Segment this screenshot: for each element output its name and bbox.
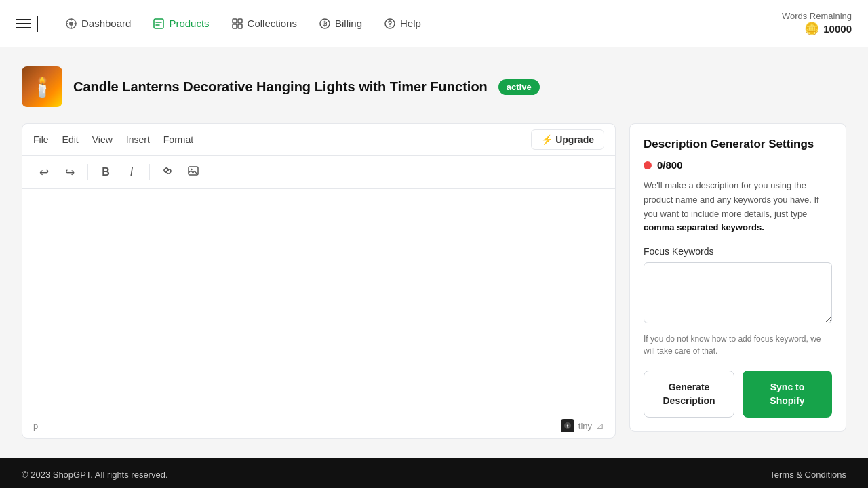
navbar: Dashboard Products xyxy=(0,0,868,47)
upgrade-button[interactable]: ⚡ Upgrade xyxy=(531,129,604,150)
billing-icon xyxy=(319,18,331,30)
editor-menus: File Edit View Insert Format xyxy=(33,131,193,148)
redo-icon: ↪ xyxy=(65,165,75,180)
bold-button[interactable]: B xyxy=(95,161,117,183)
image-button[interactable] xyxy=(182,161,204,183)
products-icon xyxy=(153,18,165,30)
nav-help[interactable]: Help xyxy=(376,12,429,35)
nav-collections[interactable]: Collections xyxy=(223,12,305,35)
svg-point-9 xyxy=(389,26,391,27)
help-label: Help xyxy=(400,18,421,29)
product-title: Candle Lanterns Decorative Hanging Light… xyxy=(73,79,488,95)
products-label: Products xyxy=(169,18,209,29)
editor-layout: File Edit View Insert Format ⚡ Upgrade ↩… xyxy=(22,123,846,439)
sidebar-title: Description Generator Settings xyxy=(644,138,832,151)
editor-wrapper: File Edit View Insert Format ⚡ Upgrade ↩… xyxy=(22,123,616,439)
undo-icon: ↩ xyxy=(39,165,49,180)
tinymce-label: tiny xyxy=(578,421,592,431)
tinymce-branding: t tiny ⊿ xyxy=(561,419,604,432)
nav-products[interactable]: Products xyxy=(144,12,217,35)
char-count-row: 0/800 xyxy=(644,159,832,171)
product-thumbnail: 🕯️ xyxy=(22,66,62,107)
char-count: 0/800 xyxy=(657,159,683,171)
editor-menubar: File Edit View Insert Format ⚡ Upgrade xyxy=(22,124,615,156)
words-remaining-value: 10000 xyxy=(823,23,852,35)
nav-dashboard[interactable]: Dashboard xyxy=(57,12,139,35)
svg-point-1 xyxy=(69,22,73,26)
footer: © 2023 ShopGPT. All rights reserved. Ter… xyxy=(0,458,868,488)
svg-rect-3 xyxy=(233,19,237,23)
coin-icon: 🪙 xyxy=(804,21,819,36)
sync-to-shopify-button[interactable]: Sync toShopify xyxy=(743,371,832,418)
product-status-badge: active xyxy=(498,79,540,95)
svg-rect-6 xyxy=(238,24,242,28)
generate-description-button[interactable]: GenerateDescription xyxy=(644,371,734,418)
sidebar-description-text1: We'll make a description for you using t… xyxy=(644,180,819,219)
tiny-icon: t xyxy=(561,419,574,432)
description-generator-sidebar: Description Generator Settings 0/800 We'… xyxy=(629,123,846,432)
sidebar-description: We'll make a description for you using t… xyxy=(644,179,832,235)
sidebar-description-bold: comma separated keywords. xyxy=(644,222,764,232)
sidebar-hint: If you do not know how to add focus keyw… xyxy=(644,333,832,357)
char-count-indicator xyxy=(644,161,652,169)
hamburger-icon xyxy=(16,19,31,28)
words-remaining-count: 🪙 10000 xyxy=(804,21,852,36)
italic-button[interactable]: I xyxy=(121,161,142,183)
sync-to-shopify-label: Sync toShopify xyxy=(770,382,804,406)
redo-button[interactable]: ↪ xyxy=(59,161,81,183)
resize-handle[interactable]: ⊿ xyxy=(596,420,604,431)
editor-toolbar: ↩ ↪ B I xyxy=(22,156,615,189)
hamburger-logo[interactable] xyxy=(16,16,38,32)
editor-body[interactable] xyxy=(22,189,615,413)
svg-text:t: t xyxy=(566,423,568,429)
svg-rect-5 xyxy=(233,24,237,28)
italic-icon: I xyxy=(130,166,133,178)
dashboard-icon xyxy=(65,18,77,30)
product-header: 🕯️ Candle Lanterns Decorative Hanging Li… xyxy=(22,66,846,107)
navbar-left: Dashboard Products xyxy=(16,12,429,35)
svg-rect-4 xyxy=(238,19,242,23)
nav-billing[interactable]: Billing xyxy=(311,12,370,35)
menu-file[interactable]: File xyxy=(33,131,49,148)
cursor-bar-icon xyxy=(37,16,38,32)
collections-label: Collections xyxy=(248,18,297,29)
image-icon xyxy=(187,165,199,180)
menu-format[interactable]: Format xyxy=(163,131,193,148)
paragraph-indicator: p xyxy=(33,421,38,431)
focus-keywords-label: Focus Keywords xyxy=(644,246,832,257)
billing-label: Billing xyxy=(335,18,362,29)
focus-keywords-textarea[interactable] xyxy=(644,262,832,323)
menu-view[interactable]: View xyxy=(92,131,113,148)
words-remaining-label: Words Remaining xyxy=(782,11,852,21)
sidebar-actions: GenerateDescription Sync toShopify xyxy=(644,371,832,418)
help-icon xyxy=(384,18,396,30)
footer-terms-link[interactable]: Terms & Conditions xyxy=(770,470,846,480)
link-icon xyxy=(161,165,174,180)
link-button[interactable] xyxy=(157,161,178,183)
product-image: 🕯️ xyxy=(22,66,62,107)
menu-edit[interactable]: Edit xyxy=(62,131,79,148)
toolbar-divider-1 xyxy=(87,164,88,180)
words-remaining: Words Remaining 🪙 10000 xyxy=(782,11,852,36)
toolbar-divider-2 xyxy=(149,164,150,180)
main-content: 🕯️ Candle Lanterns Decorative Hanging Li… xyxy=(0,47,868,439)
undo-button[interactable]: ↩ xyxy=(33,161,55,183)
collections-icon xyxy=(231,18,243,30)
tinymce-logo: t tiny xyxy=(561,419,592,432)
footer-copyright: © 2023 ShopGPT. All rights reserved. xyxy=(22,470,168,480)
nav-links: Dashboard Products xyxy=(57,12,429,35)
bold-icon: B xyxy=(102,166,110,178)
svg-point-11 xyxy=(191,169,192,170)
generate-description-label: GenerateDescription xyxy=(663,382,715,406)
svg-rect-2 xyxy=(154,19,163,28)
editor-footer: p t tiny ⊿ xyxy=(22,413,615,438)
dashboard-label: Dashboard xyxy=(81,18,131,29)
menu-insert[interactable]: Insert xyxy=(126,131,150,148)
